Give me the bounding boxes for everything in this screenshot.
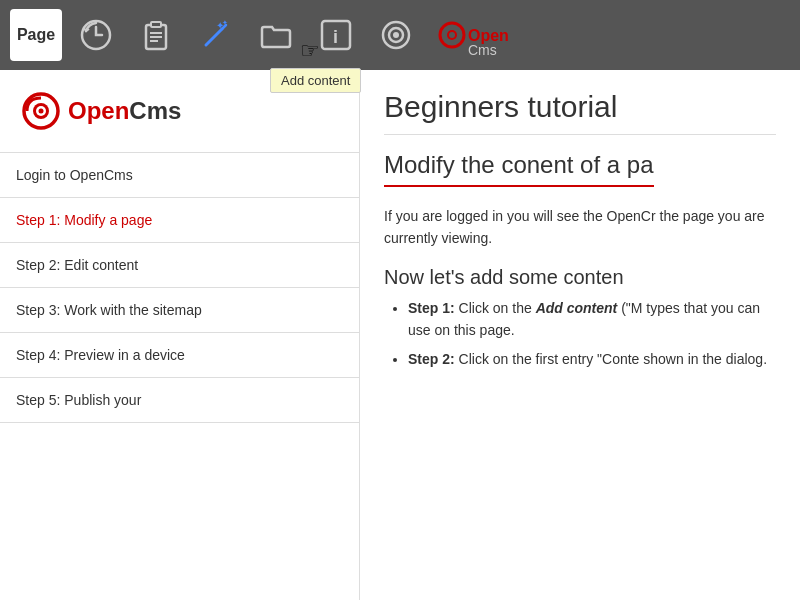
target-icon bbox=[378, 17, 414, 53]
step1-text: Click on the bbox=[459, 300, 536, 316]
clipboard-button[interactable] bbox=[130, 9, 182, 61]
opencms-logo: OpenCms bbox=[0, 90, 359, 152]
add-content-button[interactable]: ✦ ✦ bbox=[190, 9, 242, 61]
main-content: OpenCms Login to OpenCms Step 1: Modify … bbox=[0, 70, 800, 600]
history-icon bbox=[78, 17, 114, 53]
opencms-logo-text: OpenCms bbox=[68, 97, 181, 125]
step2-prefix: Step 2: bbox=[408, 351, 455, 367]
svg-rect-2 bbox=[151, 22, 161, 27]
content-area: Beginners tutorial Modify the conent of … bbox=[360, 70, 800, 600]
step1-bold: Add content bbox=[536, 300, 618, 316]
bullet-step2: Step 2: Click on the first entry "Conte … bbox=[408, 348, 776, 370]
info-button[interactable]: i bbox=[310, 9, 362, 61]
nav-item-step1[interactable]: Step 1: Modify a page bbox=[0, 198, 359, 243]
target-button[interactable] bbox=[370, 9, 422, 61]
nav-item-step3[interactable]: Step 3: Work with the sitemap bbox=[0, 288, 359, 333]
subsection-title: Now let's add some conten bbox=[384, 266, 776, 289]
clipboard-icon bbox=[138, 17, 174, 53]
add-content-tooltip: Add content bbox=[270, 68, 361, 93]
info-icon: i bbox=[318, 17, 354, 53]
section-title: Modify the conent of a pa bbox=[384, 151, 654, 187]
svg-point-23 bbox=[39, 109, 44, 114]
step1-prefix: Step 1: bbox=[408, 300, 455, 316]
nav-item-login[interactable]: Login to OpenCms bbox=[0, 153, 359, 198]
nav-item-step5[interactable]: Step 5: Publish your bbox=[0, 378, 359, 423]
opencms-toolbar-logo: Open Cms bbox=[430, 9, 522, 61]
opencms-logo-icon bbox=[20, 90, 62, 132]
section-title-wrap: Modify the conent of a pa bbox=[384, 151, 776, 193]
svg-point-14 bbox=[393, 32, 399, 38]
nav-item-step2[interactable]: Step 2: Edit content bbox=[0, 243, 359, 288]
intro-paragraph: If you are logged in you will see the Op… bbox=[384, 205, 776, 250]
svg-text:✦: ✦ bbox=[222, 19, 228, 26]
sidebar: OpenCms Login to OpenCms Step 1: Modify … bbox=[0, 70, 360, 600]
folder-button[interactable] bbox=[250, 9, 302, 61]
page-title: Beginners tutorial bbox=[384, 90, 776, 135]
bullet-step1: Step 1: Click on the Add content ("M typ… bbox=[408, 297, 776, 342]
toolbar: Page ✦ ✦ ☞ bbox=[0, 0, 800, 70]
wand-icon: ✦ ✦ bbox=[198, 17, 234, 53]
nav-item-step4[interactable]: Step 4: Preview in a device bbox=[0, 333, 359, 378]
folder-icon bbox=[258, 17, 294, 53]
sidebar-nav: Login to OpenCms Step 1: Modify a page S… bbox=[0, 152, 359, 423]
svg-line-6 bbox=[206, 29, 222, 45]
svg-text:Cms: Cms bbox=[468, 42, 497, 55]
steps-list: Step 1: Click on the Add content ("M typ… bbox=[384, 297, 776, 370]
history-button[interactable] bbox=[70, 9, 122, 61]
page-tab-label: Page bbox=[17, 26, 55, 44]
opencms-toolbar-brand: Open Cms bbox=[436, 15, 516, 55]
svg-text:i: i bbox=[333, 27, 338, 47]
page-tab-button[interactable]: Page bbox=[10, 9, 62, 61]
svg-point-17 bbox=[449, 32, 455, 38]
step2-text: Click on the first entry "Conte shown in… bbox=[459, 351, 767, 367]
